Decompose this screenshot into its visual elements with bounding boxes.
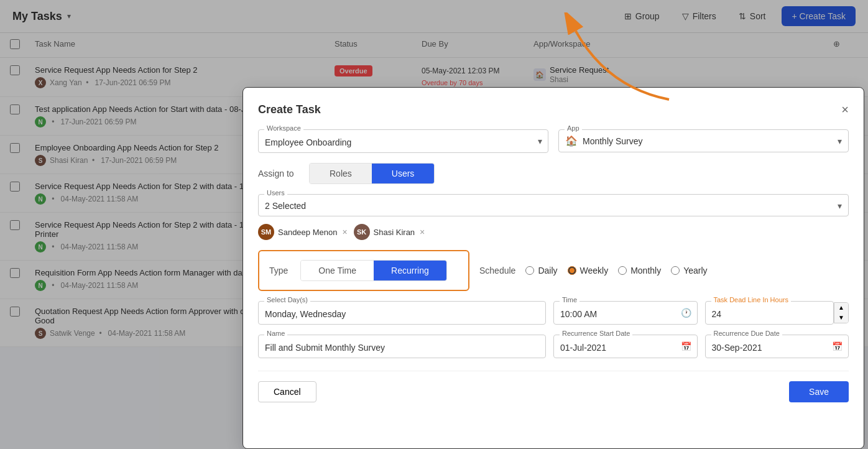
schedule-weekly[interactable]: Weekly (568, 266, 609, 275)
deadline-arrows: ▲ ▼ (834, 302, 849, 323)
calendar-due-icon: 📅 (832, 341, 843, 347)
recurrence-start-field: Recurrence Start Date 📅 (553, 335, 698, 347)
user-avatar: SK (354, 224, 370, 240)
type-schedule-row: Type One Time Recurring Schedule Daily W… (258, 250, 849, 291)
recurrence-due-label: Recurrence Due Date (711, 330, 782, 337)
user-chip: SK Shasi Kiran × (354, 224, 425, 240)
workspace-field: Workspace Employee Onboarding ▾ (258, 129, 548, 153)
select-days-label: Select Day(s) (264, 296, 310, 303)
deadline-input[interactable] (705, 301, 834, 325)
assign-to-label: Assign to (258, 169, 302, 178)
users-chevron-icon: ▾ (838, 201, 842, 211)
app-chevron-icon: ▾ (838, 136, 842, 146)
assign-to-section: Assign to Roles Users (258, 163, 849, 184)
weekly-radio[interactable] (568, 266, 576, 275)
daily-radio[interactable] (525, 266, 534, 275)
schedule-monthly[interactable]: Monthly (618, 266, 661, 275)
name-recurrence-row: Name Recurrence Start Date 📅 Recurrence … (258, 335, 849, 347)
app-value: Monthly Survey (583, 136, 838, 146)
calendar-start-icon: 📅 (681, 341, 691, 347)
users-label: Users (264, 189, 287, 197)
schedule-daily[interactable]: Daily (525, 266, 557, 275)
type-btn-group: One Time Recurring (300, 260, 446, 281)
clock-icon: 🕐 (681, 308, 691, 318)
user-chip: SM Sandeep Menon × (258, 224, 348, 240)
roles-tab-button[interactable]: Roles (310, 164, 372, 183)
close-modal-button[interactable]: × (841, 103, 849, 117)
task-deadline-field: Task Dead Line In Hours ▲ ▼ (705, 301, 849, 325)
assign-tab-group: Roles Users (309, 163, 435, 184)
app-label: App (565, 124, 582, 132)
remove-user-button[interactable]: × (342, 227, 347, 237)
time-field: Time 🕐 (553, 301, 698, 325)
assign-to-row: Assign to Roles Users (258, 163, 849, 184)
user-name: Shasi Kiran (374, 228, 415, 237)
workspace-select[interactable]: Employee Onboarding (258, 129, 548, 153)
app-home-icon: 🏠 (565, 135, 578, 147)
user-name: Sandeep Menon (278, 228, 337, 237)
deadline-down-button[interactable]: ▼ (834, 313, 848, 323)
yearly-radio[interactable] (671, 266, 680, 275)
modal-header: Create Task × (258, 103, 849, 117)
deadline-up-button[interactable]: ▲ (834, 303, 848, 313)
select-days-field: Select Day(s) (258, 301, 546, 325)
days-time-deadline-row: Select Day(s) Time 🕐 Task Dead Line In H… (258, 301, 849, 325)
name-field: Name (258, 335, 546, 347)
type-box: Type One Time Recurring (258, 250, 469, 291)
remove-user-button[interactable]: × (420, 227, 425, 237)
schedule-box: Schedule Daily Weekly Monthly Yearly (479, 250, 849, 291)
modal-title: Create Task (258, 103, 321, 116)
app-field: App 🏠 Monthly Survey ▾ (558, 129, 849, 153)
user-avatar: SM (258, 224, 274, 240)
deadline-input-group: ▲ ▼ (705, 301, 849, 325)
users-field: Users 2 Selected ▾ (258, 194, 849, 216)
task-deadline-label: Task Dead Line In Hours (711, 296, 791, 303)
recurrence-start-label: Recurrence Start Date (560, 330, 632, 337)
name-label: Name (264, 330, 287, 337)
time-input[interactable] (553, 301, 698, 325)
monthly-radio[interactable] (618, 266, 627, 275)
workspace-label: Workspace (264, 124, 303, 132)
recurring-button[interactable]: Recurring (374, 261, 446, 280)
users-selected-count: 2 Selected (265, 201, 838, 211)
schedule-yearly[interactable]: Yearly (671, 266, 707, 275)
type-label: Type (269, 266, 288, 275)
one-time-button[interactable]: One Time (301, 261, 374, 280)
name-input[interactable] (258, 335, 546, 347)
recurrence-due-field: Recurrence Due Date 📅 (705, 335, 849, 347)
schedule-label: Schedule (479, 266, 515, 275)
workspace-app-row: Workspace Employee Onboarding ▾ App 🏠 Mo… (258, 129, 849, 153)
create-task-modal: Create Task × Workspace Employee Onboard… (242, 87, 864, 347)
selected-users-list: SM Sandeep Menon × SK Shasi Kiran × (258, 224, 849, 240)
time-label: Time (560, 296, 579, 303)
select-days-input[interactable] (258, 301, 546, 325)
users-tab-button[interactable]: Users (372, 164, 435, 183)
schedule-radio-group: Daily Weekly Monthly Yearly (525, 266, 707, 275)
